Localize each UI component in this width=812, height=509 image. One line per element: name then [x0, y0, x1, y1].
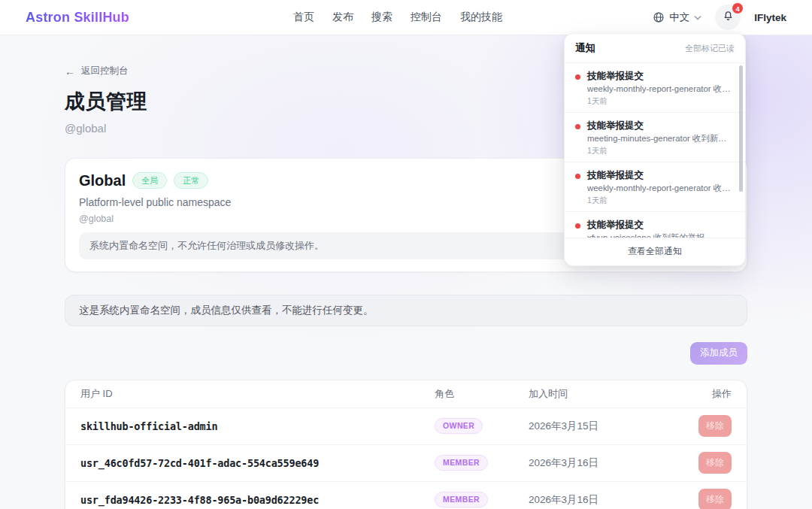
notification-item[interactable]: 技能举报提交 meeting-minutes-generator 收到新的举报。…	[565, 113, 745, 162]
notification-item[interactable]: 技能举报提交 weekly-monthly-report-generator 收…	[565, 162, 745, 212]
notification-desc: xfyun-voiceclone 收到新的举报。	[587, 232, 735, 238]
header-joined: 加入时间	[529, 387, 686, 401]
status-badge: 正常	[174, 172, 208, 189]
notification-time: 1天前	[587, 195, 735, 205]
table-row: usr_fda94426-2233-4f88-965a-b0a9d62229ec…	[65, 482, 747, 509]
remove-member-button[interactable]: 移除	[698, 452, 732, 474]
actions-row: 添加成员	[65, 342, 747, 365]
notification-desc: weekly-monthly-report-generator 收到新的...	[587, 83, 735, 95]
brand-logo[interactable]: Astron SkillHub	[26, 10, 129, 26]
language-label: 中文	[669, 11, 689, 24]
nav-item-search[interactable]: 搜索	[371, 11, 392, 24]
unread-dot-icon	[575, 174, 580, 179]
notification-item[interactable]: 技能举报提交 xfyun-voiceclone 收到新的举报。	[565, 212, 745, 238]
readonly-info-banner: 这是系统内置命名空间，成员信息仅供查看，不能进行任何变更。	[65, 295, 747, 326]
nav-item-publish[interactable]: 发布	[332, 11, 353, 24]
members-table: 用户 ID 角色 加入时间 操作 skillhub-official-admin…	[65, 380, 747, 509]
member-joined-date: 2026年3月16日	[529, 493, 686, 507]
mark-all-read-link[interactable]: 全部标记已读	[685, 43, 735, 54]
notification-desc: weekly-monthly-report-generator 收到新的...	[587, 183, 735, 194]
member-user-id: usr_fda94426-2233-4f88-965a-b0a9d62229ec	[80, 494, 435, 506]
member-user-id: skillhub-official-admin	[80, 420, 435, 432]
header-actions: 操作	[686, 387, 732, 401]
add-member-label: 添加成员	[700, 347, 738, 359]
notifications-title: 通知	[575, 41, 595, 55]
remove-member-button[interactable]: 移除	[698, 489, 732, 509]
notifications-header: 通知 全部标记已读	[565, 34, 745, 63]
main-nav: 首页 发布 搜索 控制台 我的技能	[293, 11, 502, 24]
top-navbar: Astron SkillHub 首页 发布 搜索 控制台 我的技能 中文	[0, 0, 812, 35]
back-to-console-link[interactable]: ← 返回控制台	[65, 65, 129, 77]
language-selector[interactable]: 中文	[653, 11, 701, 24]
unread-dot-icon	[575, 74, 580, 80]
globe-icon	[653, 11, 665, 23]
role-badge: MEMBER	[435, 492, 488, 507]
member-joined-date: 2026年3月15日	[529, 420, 686, 433]
navbar-right: 中文 4 IFlytek	[653, 5, 786, 30]
current-user-name[interactable]: IFlytek	[754, 12, 786, 23]
role-badge: MEMBER	[435, 455, 488, 471]
view-all-notifications-link[interactable]: 查看全部通知	[565, 238, 745, 265]
table-row: skillhub-official-admin OWNER 2026年3月15日…	[65, 408, 747, 445]
member-joined-date: 2026年3月16日	[529, 456, 686, 470]
table-header-row: 用户 ID 角色 加入时间 操作	[65, 380, 747, 408]
nav-item-home[interactable]: 首页	[293, 11, 314, 24]
notification-count-badge: 4	[732, 2, 744, 14]
namespace-name: Global	[79, 172, 126, 189]
notification-item[interactable]: 技能举报提交 weekly-monthly-report-generator 收…	[565, 63, 745, 113]
notifications-button[interactable]: 4	[715, 5, 741, 30]
notification-title: 技能举报提交	[587, 70, 735, 82]
notifications-list: 技能举报提交 weekly-monthly-report-generator 收…	[565, 63, 745, 238]
header-role: 角色	[435, 387, 529, 401]
remove-member-button[interactable]: 移除	[698, 415, 732, 437]
dropdown-scrollbar[interactable]	[739, 65, 743, 192]
notification-title: 技能举报提交	[587, 219, 735, 231]
table-row: usr_46c0fd57-72cd-401f-adac-554ca559e649…	[65, 445, 747, 482]
header-user-id: 用户 ID	[80, 387, 435, 401]
role-badge: OWNER	[435, 418, 483, 434]
notification-title: 技能举报提交	[587, 169, 735, 181]
nav-item-console[interactable]: 控制台	[411, 11, 442, 24]
member-user-id: usr_46c0fd57-72cd-401f-adac-554ca559e649	[80, 457, 435, 469]
notification-desc: meeting-minutes-generator 收到新的举报。	[587, 133, 735, 144]
notification-title: 技能举报提交	[587, 120, 735, 132]
unread-dot-icon	[575, 124, 580, 129]
chevron-down-icon	[694, 15, 701, 20]
add-member-button[interactable]: 添加成员	[690, 342, 747, 365]
unread-dot-icon	[575, 223, 580, 229]
scope-badge: 全局	[132, 172, 167, 189]
notification-time: 1天前	[587, 96, 735, 106]
notification-time: 1天前	[587, 146, 735, 156]
back-link-label: 返回控制台	[81, 65, 129, 77]
notifications-dropdown: 通知 全部标记已读 技能举报提交 weekly-monthly-report-g…	[564, 33, 746, 266]
nav-item-my-skills[interactable]: 我的技能	[460, 11, 502, 24]
back-arrow-icon: ←	[65, 66, 75, 77]
